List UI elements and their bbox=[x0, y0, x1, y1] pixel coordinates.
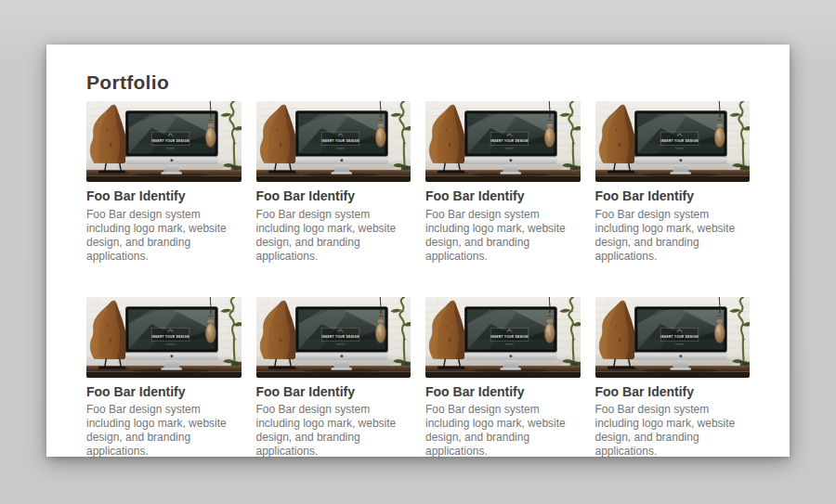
portfolio-grid: Foo Bar Identify Foo Bar design system i… bbox=[86, 101, 750, 459]
project-title: Foo Bar Identify bbox=[595, 188, 751, 205]
portfolio-item[interactable]: Foo Bar Identify Foo Bar design system i… bbox=[256, 101, 411, 264]
portfolio-item[interactable]: Foo Bar Identify Foo Bar design system i… bbox=[425, 101, 581, 264]
project-title: Foo Bar Identify bbox=[256, 384, 411, 401]
project-title: Foo Bar Identify bbox=[86, 188, 242, 205]
project-thumbnail-image bbox=[425, 297, 581, 378]
project-description: Foo Bar design system including logo mar… bbox=[86, 208, 242, 264]
project-title: Foo Bar Identify bbox=[86, 384, 242, 401]
project-description: Foo Bar design system including logo mar… bbox=[595, 403, 751, 459]
project-description: Foo Bar design system including logo mar… bbox=[425, 403, 581, 459]
project-thumbnail-image bbox=[425, 101, 581, 182]
project-thumbnail-image bbox=[86, 297, 242, 378]
portfolio-item[interactable]: Foo Bar Identify Foo Bar design system i… bbox=[425, 297, 581, 459]
project-thumbnail-image bbox=[595, 297, 751, 378]
portfolio-item[interactable]: Foo Bar Identify Foo Bar design system i… bbox=[86, 297, 242, 459]
project-thumbnail-image bbox=[256, 101, 411, 182]
project-description: Foo Bar design system including logo mar… bbox=[425, 208, 581, 264]
portfolio-item[interactable]: Foo Bar Identify Foo Bar design system i… bbox=[86, 101, 242, 264]
project-title: Foo Bar Identify bbox=[425, 188, 581, 205]
project-description: Foo Bar design system including logo mar… bbox=[86, 403, 242, 459]
portfolio-item[interactable]: Foo Bar Identify Foo Bar design system i… bbox=[256, 297, 411, 459]
project-description: Foo Bar design system including logo mar… bbox=[256, 208, 411, 264]
portfolio-item[interactable]: Foo Bar Identify Foo Bar design system i… bbox=[595, 297, 751, 459]
project-title: Foo Bar Identify bbox=[595, 384, 751, 401]
project-thumbnail-image bbox=[256, 297, 411, 378]
project-title: Foo Bar Identify bbox=[256, 188, 411, 205]
project-description: Foo Bar design system including logo mar… bbox=[256, 403, 411, 459]
project-thumbnail-image bbox=[86, 101, 242, 182]
project-title: Foo Bar Identify bbox=[425, 384, 581, 401]
portfolio-item[interactable]: Foo Bar Identify Foo Bar design system i… bbox=[595, 101, 751, 264]
page-title: Portfolio bbox=[86, 71, 750, 94]
project-thumbnail-image bbox=[595, 101, 751, 182]
portfolio-card: Portfolio Foo Bar Identify Foo Bar desig… bbox=[46, 45, 790, 457]
project-description: Foo Bar design system including logo mar… bbox=[595, 208, 751, 264]
